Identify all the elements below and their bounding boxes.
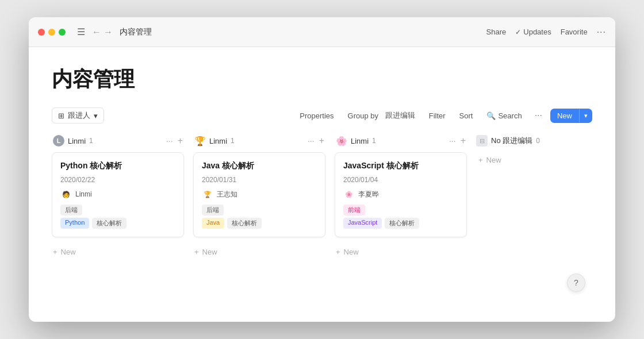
card-tech-tags-python: Python 核心解析 [60, 218, 175, 229]
plus-icon-col2: + [194, 248, 199, 256]
column-name-3: Linmi [351, 137, 369, 145]
titlebar-title: 内容管理 [120, 27, 152, 37]
column-count-2: 1 [231, 137, 235, 145]
add-new-col3[interactable]: + New [335, 245, 467, 259]
titlebar: ☰ ← → 内容管理 Share ✓ Updates Favorite ··· [29, 17, 615, 47]
no-col-new-button[interactable]: + New [476, 152, 592, 168]
column-add-button-2[interactable]: + [319, 136, 324, 146]
plus-icon-no-col: + [478, 156, 483, 164]
card-title-python: Python 核心解析 [60, 161, 175, 171]
column-avatar-3: 🌸 [336, 135, 347, 147]
minimize-button[interactable] [48, 29, 55, 36]
card-tags-python: 后端 [60, 205, 175, 215]
add-new-col2[interactable]: + New [193, 245, 325, 259]
assignee-name-javascript: 李夏晔 [358, 190, 379, 199]
close-button[interactable] [38, 29, 45, 36]
back-arrow-icon[interactable]: ← [92, 27, 101, 37]
tag-core-python: 核心解析 [92, 218, 126, 229]
sort-button[interactable]: Sort [455, 109, 478, 122]
search-button[interactable]: 🔍 Search [482, 109, 526, 122]
tag-core-javascript: 核心解析 [385, 218, 419, 229]
tag-java: Java [202, 218, 224, 229]
assignee-avatar-java: 🏆 [202, 188, 213, 200]
toolbar-more-button[interactable]: ··· [531, 109, 546, 122]
card-assignee-javascript: 🌸 李夏晔 [343, 188, 458, 200]
column-count-1: 1 [89, 137, 93, 145]
card-date-python: 2020/02/22 [60, 176, 175, 184]
card-assignee-java: 🏆 王志知 [202, 188, 317, 200]
no-col-new-label: New [486, 156, 501, 164]
group-by-label: 跟进人 [68, 110, 90, 121]
card-tags-java: 后端 [202, 205, 317, 215]
add-new-col1[interactable]: + New [52, 245, 184, 259]
column-add-button-1[interactable]: + [178, 136, 183, 146]
tag-backend-java: 后端 [202, 205, 224, 215]
column-header-actions-1: ··· + [164, 135, 183, 147]
maximize-button[interactable] [59, 29, 66, 36]
tag-frontend-javascript: 前端 [343, 205, 365, 215]
card-tech-tags-javascript: JavaScript 核心解析 [343, 218, 458, 229]
chevron-down-icon: ▾ [94, 111, 98, 120]
column-header-actions-2: ··· + [305, 135, 324, 147]
help-label: ? [574, 278, 578, 287]
no-column-count: 0 [536, 137, 540, 145]
traffic-lights [38, 29, 66, 36]
search-icon: 🔍 [486, 111, 496, 120]
column-header-actions-3: ··· + [447, 135, 466, 147]
column-more-button-2[interactable]: ··· [305, 135, 317, 147]
assignee-name-python: Linmi [75, 190, 92, 198]
add-new-label-col2: New [202, 248, 217, 256]
favorite-button[interactable]: Favorite [561, 28, 588, 36]
column-header-2: 🏆 Linmi 1 ··· + [193, 135, 325, 147]
main-content: 内容管理 ⊞ 跟进人 ▾ Properties Group by 跟进编辑 Fi… [29, 47, 615, 322]
help-button[interactable]: ? [567, 273, 585, 292]
more-options-button[interactable]: ··· [597, 27, 606, 37]
titlebar-actions: Share ✓ Updates Favorite ··· [486, 27, 606, 37]
check-icon: ✓ [515, 28, 521, 36]
plus-icon-col1: + [53, 248, 57, 256]
column-more-button-1[interactable]: ··· [164, 135, 175, 147]
toolbar: ⊞ 跟进人 ▾ Properties Group by 跟进编辑 Filter … [52, 107, 592, 124]
column-linmi-1: L Linmi 1 ··· + Python 核心解析 2020/02/22 🧑 [52, 135, 184, 310]
column-more-button-3[interactable]: ··· [447, 135, 458, 147]
assignee-avatar-javascript: 🌸 [343, 188, 355, 200]
assignee-name-java: 王志知 [217, 190, 237, 199]
filter-button[interactable]: Filter [424, 109, 450, 122]
tag-python: Python [60, 218, 89, 229]
kanban-board: L Linmi 1 ··· + Python 核心解析 2020/02/22 🧑 [52, 135, 592, 310]
assignee-avatar-python: 🧑 [60, 188, 72, 200]
column-count-3: 1 [372, 137, 376, 145]
card-javascript[interactable]: JavaScript 核心解析 2020/01/04 🌸 李夏晔 前端 Java… [335, 152, 467, 237]
share-button[interactable]: Share [486, 28, 507, 36]
plus-icon-col3: + [336, 248, 340, 256]
new-button-arrow[interactable]: ▾ [579, 109, 592, 122]
group-by-field-button[interactable]: Group by 跟进编辑 [343, 108, 420, 123]
add-new-label-col3: New [344, 248, 359, 256]
card-tech-tags-java: Java 核心解析 [202, 218, 317, 229]
column-avatar-2: 🏆 [194, 135, 206, 147]
card-title-javascript: JavaScript 核心解析 [343, 161, 458, 171]
no-col-icon: ⊟ [476, 135, 488, 147]
column-header-1: L Linmi 1 ··· + [52, 135, 184, 147]
card-title-java: Java 核心解析 [202, 161, 317, 171]
nav-arrows: ← → [92, 27, 113, 37]
card-date-javascript: 2020/01/04 [343, 176, 458, 184]
card-python[interactable]: Python 核心解析 2020/02/22 🧑 Linmi 后端 Python… [52, 152, 184, 237]
column-add-button-3[interactable]: + [461, 136, 466, 146]
no-column-header: ⊟ No 跟进编辑 0 [476, 135, 592, 147]
tag-backend-python: 后端 [60, 205, 82, 215]
menu-icon[interactable]: ☰ [77, 26, 85, 37]
new-button-label: New [550, 109, 579, 123]
tag-javascript: JavaScript [343, 218, 382, 229]
updates-button[interactable]: ✓ Updates [515, 28, 551, 36]
group-by-button[interactable]: ⊞ 跟进人 ▾ [52, 107, 104, 124]
properties-button[interactable]: Properties [295, 109, 338, 122]
column-linmi-2: 🏆 Linmi 1 ··· + Java 核心解析 2020/01/31 🏆 [193, 135, 325, 310]
card-date-java: 2020/01/31 [202, 176, 317, 184]
card-assignee-python: 🧑 Linmi [60, 188, 175, 200]
card-java[interactable]: Java 核心解析 2020/01/31 🏆 王志知 后端 Java 核心解析 [193, 152, 325, 237]
new-button[interactable]: New ▾ [550, 109, 592, 123]
forward-arrow-icon[interactable]: → [103, 27, 113, 37]
add-new-label-col1: New [61, 248, 76, 256]
no-column-name: No 跟进编辑 [491, 136, 532, 146]
